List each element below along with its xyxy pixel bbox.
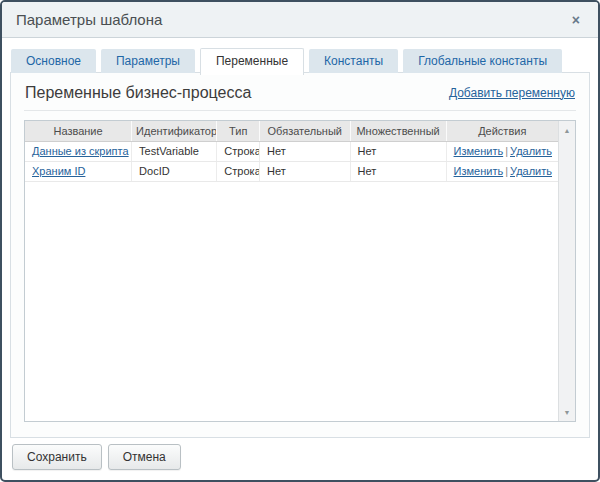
delete-link[interactable]: Удалить (510, 145, 552, 157)
tab-global-constants[interactable]: Глобальные константы (403, 49, 562, 73)
save-button[interactable]: Сохранить (12, 444, 102, 470)
variable-type: Строка (217, 161, 260, 181)
tab-strip: Основное Параметры Переменные Константы … (11, 48, 562, 73)
variable-required: Нет (259, 161, 350, 181)
variables-tab-panel: Переменные бизнес-процесса Добавить пере… (10, 72, 590, 438)
edit-link[interactable]: Изменить (454, 145, 504, 157)
dialog-footer: Сохранить Отмена (12, 444, 181, 470)
delete-link[interactable]: Удалить (510, 165, 552, 177)
tab-parameters[interactable]: Параметры (101, 49, 195, 73)
variables-table: Название Идентификатор Тип Обязательный … (25, 121, 558, 182)
column-header-actions: Действия (446, 121, 558, 141)
variables-grid-area: Название Идентификатор Тип Обязательный … (25, 121, 558, 421)
add-variable-link[interactable]: Добавить переменную (449, 86, 575, 100)
template-parameters-dialog: Параметры шаблона × Основное Параметры П… (0, 0, 600, 482)
dialog-titlebar: Параметры шаблона × (2, 2, 598, 38)
close-icon[interactable]: × (568, 11, 584, 29)
variable-identifier: TestVariable (132, 141, 217, 161)
column-header-name: Название (25, 121, 132, 141)
tab-variables[interactable]: Переменные (200, 48, 304, 75)
column-header-required: Обязательный (259, 121, 350, 141)
table-row: Данные из скрипта TestVariable Строка Не… (25, 141, 558, 161)
variables-table-container: Название Идентификатор Тип Обязательный … (24, 120, 576, 422)
panel-header: Переменные бизнес-процесса Добавить пере… (24, 73, 576, 111)
action-separator: | (505, 165, 508, 177)
vertical-scrollbar[interactable]: ▲ ▼ (558, 121, 575, 421)
column-header-multiple: Множественный (350, 121, 446, 141)
scroll-down-icon[interactable]: ▼ (559, 404, 575, 420)
tab-main[interactable]: Основное (11, 49, 96, 73)
cancel-button[interactable]: Отмена (108, 444, 181, 470)
variable-multiple: Нет (350, 161, 446, 181)
scroll-up-icon[interactable]: ▲ (559, 122, 575, 138)
page-title: Переменные бизнес-процесса (25, 84, 251, 102)
variable-multiple: Нет (350, 141, 446, 161)
variable-name-link[interactable]: Данные из скрипта (32, 145, 129, 157)
dialog-title: Параметры шаблона (16, 11, 162, 28)
variable-type: Строка (217, 141, 260, 161)
variable-name-link[interactable]: Храним ID (32, 165, 85, 177)
variable-required: Нет (259, 141, 350, 161)
table-row: Храним ID DocID Строка Нет Нет Изменить|… (25, 161, 558, 181)
table-header-row: Название Идентификатор Тип Обязательный … (25, 121, 558, 141)
tab-constants[interactable]: Константы (309, 49, 398, 73)
variable-identifier: DocID (132, 161, 217, 181)
edit-link[interactable]: Изменить (454, 165, 504, 177)
column-header-type: Тип (217, 121, 260, 141)
action-separator: | (505, 145, 508, 157)
column-header-identifier: Идентификатор (132, 121, 217, 141)
